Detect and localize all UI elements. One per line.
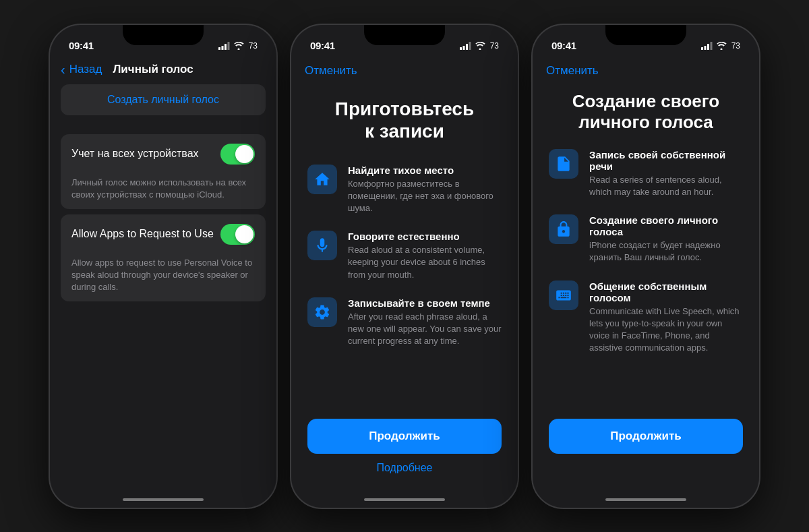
feature-item-2-2: Записывайте в своем темпе After you read…: [307, 297, 502, 348]
status-time-2: 09:41: [310, 40, 335, 51]
feature-list-3: Запись своей собственной речи Read a ser…: [533, 149, 759, 355]
feature-desc-3-2: Communicate with Live Speech, which lets…: [589, 305, 743, 355]
svg-rect-1: [221, 46, 223, 50]
wifi-icon-2: [475, 42, 485, 50]
status-time-1: 09:41: [69, 40, 94, 51]
feature-title-2-2: Записывайте в своем темпе: [348, 297, 502, 309]
feature-text-3-0: Запись своей собственной речи Read a ser…: [589, 149, 743, 198]
learn-more-link-2[interactable]: Подробнее: [291, 462, 518, 474]
cancel-button-3[interactable]: Отменить: [533, 57, 759, 78]
create-voice-button[interactable]: Создать личный голос: [61, 84, 266, 115]
screen-title-3: Создание своего личного голоса: [533, 78, 759, 149]
phones-container: 09:41 73 ‹ Назад Личный голос Создать ли…: [49, 24, 760, 509]
status-bar-1: 09:41 73: [50, 25, 276, 57]
feature-icon-2-0: [307, 165, 337, 194]
back-chevron-icon: ‹: [61, 63, 65, 76]
battery-label-1: 73: [249, 41, 258, 51]
svg-rect-2: [224, 44, 227, 50]
settings-label-1: Учет на всех устройствах: [71, 148, 199, 160]
toggle-1[interactable]: [220, 144, 255, 165]
settings-section-2: Allow Apps to Request to Use Allow apps …: [61, 214, 266, 302]
feature-icon-2-2: [307, 297, 337, 327]
keyboard-icon: [555, 287, 572, 304]
feature-item-3-0: Запись своей собственной речи Read a ser…: [549, 149, 743, 198]
settings-label-2: Allow Apps to Request to Use: [71, 228, 214, 240]
feature-title-3-1: Создание своего личного голоса: [589, 214, 743, 237]
svg-rect-6: [466, 44, 468, 50]
status-icons-2: 73: [460, 41, 499, 51]
feature-desc-2-2: After you read each phrase aloud, a new …: [348, 311, 502, 348]
feature-icon-2-1: [307, 231, 337, 260]
phone-1: 09:41 73 ‹ Назад Личный голос Создать ли…: [49, 24, 278, 509]
back-label-1: Назад: [69, 63, 102, 76]
phone-2-screen: 09:41 73 Отменить Приготовьтесь к записи…: [291, 25, 518, 508]
feature-title-3-2: Общение собственным голосом: [589, 280, 743, 303]
page-title-1: Личный голос: [113, 63, 193, 76]
feature-desc-2-1: Read aloud at a consistent volume, keepi…: [348, 244, 502, 281]
status-icons-1: 73: [218, 41, 258, 51]
feature-title-2-1: Говорите естественно: [348, 231, 502, 242]
home-icon: [313, 171, 331, 188]
document-icon: [555, 155, 572, 173]
battery-label-3: 73: [731, 41, 740, 51]
wifi-icon: [233, 42, 244, 50]
settings-desc-1: Личный голос можно использовать на всех …: [61, 174, 266, 209]
screen-title-2: Приготовьтесь к записи: [291, 78, 518, 165]
settings-row-2: Allow Apps to Request to Use: [61, 214, 266, 254]
feature-icon-3-2: [549, 280, 578, 310]
back-button-1[interactable]: ‹ Назад: [61, 63, 102, 76]
cancel-button-2[interactable]: Отменить: [291, 57, 518, 78]
settings-row-1: Учет на всех устройствах: [61, 134, 266, 174]
phone-3: 09:41 73 Отменить Создание своего личног…: [531, 24, 760, 509]
feature-item-3-1: Создание своего личного голоса iPhone со…: [549, 214, 743, 264]
feature-icon-3-1: [549, 214, 578, 244]
settings-icon: [313, 303, 331, 321]
svg-rect-10: [707, 44, 709, 50]
lock-icon: [555, 220, 572, 238]
home-indicator-2: [364, 498, 445, 501]
settings-desc-2: Allow apps to request to use Personal Vo…: [61, 254, 266, 302]
feature-text-2-1: Говорите естественно Read aloud at a con…: [348, 231, 502, 281]
battery-label-2: 73: [490, 41, 499, 51]
feature-title-3-0: Запись своей собственной речи: [589, 149, 743, 172]
svg-rect-8: [701, 47, 703, 50]
feature-text-3-2: Общение собственным голосом Communicate …: [589, 280, 743, 355]
cellular-icon-3: [701, 42, 713, 50]
nav-bar-1: ‹ Назад Личный голос: [50, 57, 276, 84]
mic-icon: [313, 237, 331, 254]
svg-rect-3: [227, 42, 229, 50]
cellular-icon-2: [460, 42, 471, 50]
status-bar-2: 09:41 73: [291, 25, 518, 57]
feature-text-2-2: Записывайте в своем темпе After you read…: [348, 297, 502, 348]
home-indicator-3: [605, 498, 686, 501]
cellular-icon: [218, 42, 230, 50]
phone1-content: Создать личный голос Учет на всех устрой…: [50, 84, 276, 302]
feature-desc-2-0: Комфортно разместитесь в помещении, где …: [348, 178, 502, 215]
feature-item-2-0: Найдите тихое место Комфортно разместите…: [307, 165, 502, 215]
feature-item-3-2: Общение собственным голосом Communicate …: [549, 280, 743, 355]
svg-rect-5: [462, 46, 465, 50]
feature-item-2-1: Говорите естественно Read aloud at a con…: [307, 231, 502, 281]
toggle-2[interactable]: [220, 224, 255, 245]
phone-1-screen: 09:41 73 ‹ Назад Личный голос Создать ли…: [50, 25, 276, 508]
wifi-icon-3: [716, 42, 727, 50]
feature-list-2: Найдите тихое место Комфортно разместите…: [291, 165, 518, 348]
phone-2: 09:41 73 Отменить Приготовьтесь к записи…: [290, 24, 519, 509]
status-time-3: 09:41: [551, 40, 576, 51]
feature-icon-3-0: [549, 149, 578, 179]
status-icons-3: 73: [701, 41, 740, 51]
continue-button-2[interactable]: Продолжить: [307, 419, 502, 454]
feature-title-2-0: Найдите тихое место: [348, 165, 502, 176]
phone-3-screen: 09:41 73 Отменить Создание своего личног…: [533, 25, 759, 508]
status-bar-3: 09:41 73: [533, 25, 759, 57]
feature-desc-3-1: iPhone создаст и будет надежно хранить В…: [589, 239, 743, 264]
svg-rect-4: [460, 47, 462, 50]
svg-rect-7: [469, 42, 471, 50]
feature-text-2-0: Найдите тихое место Комфортно разместите…: [348, 165, 502, 215]
settings-section-1: Учет на всех устройствах Личный голос мо…: [61, 134, 266, 209]
svg-rect-9: [704, 46, 706, 50]
svg-rect-11: [710, 42, 712, 50]
continue-button-3[interactable]: Продолжить: [549, 419, 743, 454]
home-indicator-1: [123, 498, 204, 501]
svg-rect-0: [218, 47, 220, 50]
